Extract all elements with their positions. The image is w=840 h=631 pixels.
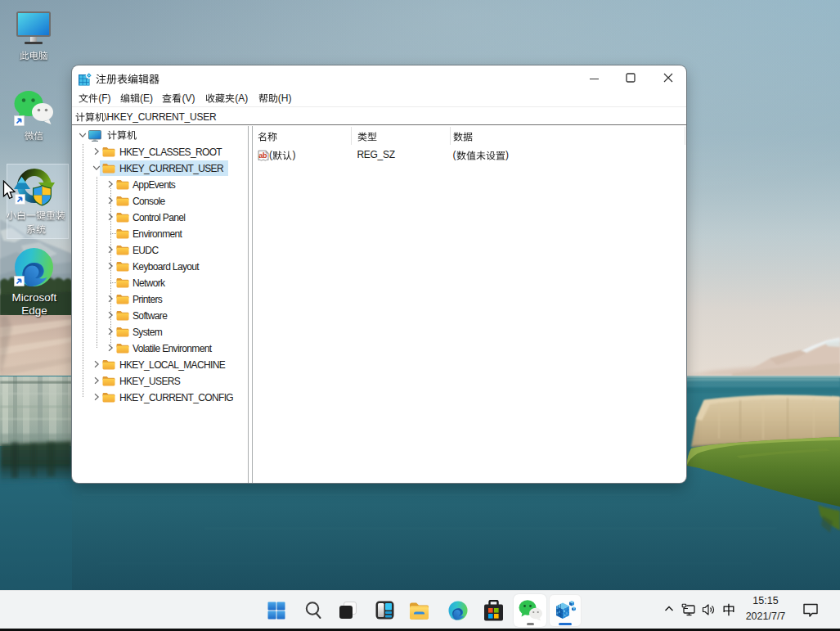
svg-text:ab: ab [258, 151, 267, 160]
